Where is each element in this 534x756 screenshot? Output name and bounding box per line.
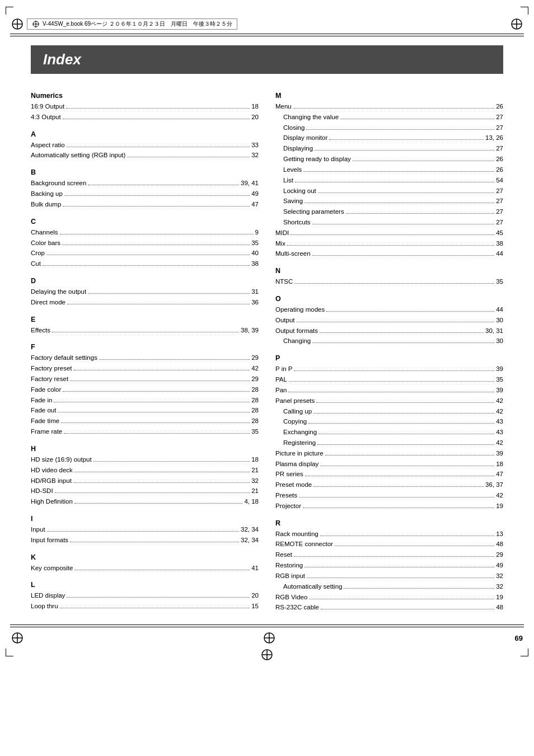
index-entry: Color bars35: [31, 238, 259, 248]
entry-label: 16:9 Output: [31, 102, 64, 112]
index-entry: RS-232C cable48: [275, 603, 503, 613]
entry-dots: [303, 508, 494, 508]
section-header: F: [31, 343, 259, 351]
right-column: MMenu26Changing the value27Closing27Disp…: [275, 84, 503, 613]
entry-dots: [318, 192, 494, 193]
entry-label: Operating modes: [275, 305, 325, 315]
entry-label: Picture in picture: [275, 449, 324, 459]
entry-page: 48: [496, 603, 503, 613]
entry-dots: [293, 108, 494, 109]
entry-dots: [309, 599, 494, 599]
index-entry: Restoring49: [275, 561, 503, 571]
index-entry: Calling up42: [275, 407, 503, 417]
entry-page: 44: [496, 249, 503, 259]
entry-label: NTSC: [275, 277, 293, 287]
index-entry: Pan39: [275, 386, 503, 396]
section-header: N: [275, 267, 503, 275]
reg-mark-bottom-left: [11, 632, 24, 644]
entry-page: 33: [251, 140, 259, 151]
entry-label: Panel presets: [275, 396, 315, 406]
entry-page: 27: [496, 123, 503, 133]
entry-dots: [62, 245, 250, 245]
index-entry: P in P39: [275, 364, 503, 374]
entry-page: 29: [496, 550, 503, 560]
index-entry: Registering42: [275, 438, 503, 448]
entry-page: 39: [496, 364, 503, 374]
entry-label: Fade time: [31, 416, 59, 426]
entry-page: 30: [496, 316, 503, 326]
entry-label: Color bars: [31, 238, 60, 248]
entry-label: Multi-screen: [275, 249, 311, 259]
entry-page: 42: [251, 364, 259, 374]
section-header: L: [31, 581, 259, 589]
entry-label: Automatically setting: [283, 582, 342, 592]
content-area: Numerics16:9 Output184:3 Output20AAspect…: [0, 84, 534, 613]
entry-page: 49: [496, 561, 503, 571]
entry-label: HD video deck: [31, 466, 73, 476]
entry-label: Mix: [275, 239, 285, 249]
entry-page: 35: [496, 277, 503, 287]
index-entry: Fade time28: [31, 416, 259, 426]
index-entry: Effects38, 39: [31, 326, 259, 336]
index-entry: Factory preset42: [31, 364, 259, 374]
entry-label: PAL: [275, 375, 287, 385]
entry-page: 27: [496, 112, 503, 123]
entry-dots: [320, 466, 494, 466]
entry-page: 32, 34: [241, 525, 259, 535]
index-entry: Displaying27: [275, 144, 503, 154]
entry-dots: [318, 434, 494, 434]
entry-dots: [127, 157, 250, 157]
entry-dots: [58, 412, 250, 412]
index-entry: Exchanging43: [275, 428, 503, 438]
entry-page: 28: [251, 416, 259, 426]
entry-page: 32: [251, 476, 259, 486]
entry-label: Closing: [283, 123, 305, 133]
index-entry: Channels9: [31, 228, 259, 238]
section-header: I: [31, 515, 259, 523]
entry-dots: [74, 370, 250, 370]
entry-label: RGB input: [275, 571, 305, 581]
section-header: C: [31, 218, 259, 226]
entry-page: 48: [496, 539, 503, 550]
entry-label: Presets: [275, 491, 297, 501]
entry-page: 18: [496, 459, 503, 469]
entry-label: Bulk dump: [31, 200, 61, 210]
entry-label: Pan: [275, 386, 287, 396]
entry-label: Fade in: [31, 396, 52, 406]
entry-page: 27: [496, 196, 503, 206]
section-header: O: [275, 295, 503, 303]
index-entry: Input32, 34: [31, 525, 259, 535]
entry-dots: [312, 255, 495, 256]
entry-page: 20: [251, 591, 259, 601]
entry-dots: [43, 265, 250, 266]
entry-label: Key composite: [31, 564, 73, 574]
index-entry: Closing27: [275, 123, 503, 133]
inner-cross-left: [32, 20, 40, 28]
entry-page: 44: [496, 305, 503, 315]
entry-dots: [52, 332, 239, 332]
entry-dots: [312, 342, 494, 343]
index-entry: HD video deck21: [31, 466, 259, 476]
entry-page: 42: [496, 396, 503, 406]
entry-label: Selecting parameters: [283, 207, 344, 217]
index-entry: Saving27: [275, 196, 503, 206]
entry-label: HD/RGB input: [31, 476, 72, 486]
entry-dots: [66, 108, 250, 109]
entry-label: Changing: [283, 336, 311, 346]
entry-dots: [74, 503, 243, 504]
index-entry: Rack mounting13: [275, 529, 503, 539]
entry-label: Factory reset: [31, 374, 68, 384]
entry-page: 9: [255, 228, 259, 238]
index-entry: Direct mode36: [31, 298, 259, 308]
index-entry: REMOTE connector48: [275, 539, 503, 550]
entry-dots: [312, 224, 495, 224]
index-entry: Loop thru15: [31, 602, 259, 612]
entry-label: Loop thru: [31, 602, 58, 612]
entry-page: 42: [496, 407, 503, 417]
entry-dots: [306, 129, 494, 130]
index-entry: LED display20: [31, 591, 259, 601]
trim-mark-tl: [6, 7, 13, 15]
entry-dots: [346, 213, 495, 214]
entry-label: Effects: [31, 326, 50, 336]
entry-dots: [67, 304, 250, 304]
